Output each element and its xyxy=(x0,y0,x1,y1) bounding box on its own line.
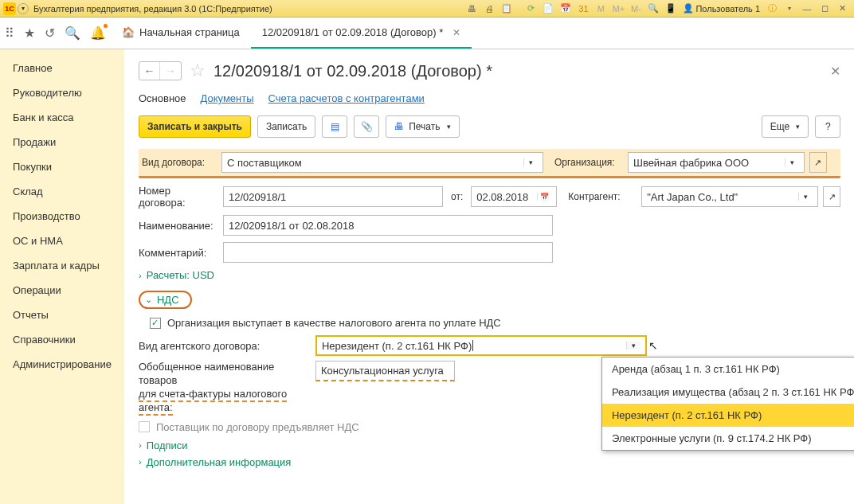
generic-name-field[interactable]: Консультационная услуга xyxy=(315,361,455,381)
agent-type-field[interactable]: Нерезидент (п. 2 ст.161 НК РФ) ▾ xyxy=(315,335,647,356)
sidebar-item-2[interactable]: Банк и касса xyxy=(0,105,124,130)
section-settlements[interactable]: › Расчеты: USD xyxy=(139,269,840,281)
calendar-icon[interactable]: 📅 xyxy=(537,193,551,201)
generic-name-label: Обобщенное наименование товаров для счет… xyxy=(139,361,315,415)
close-window-icon[interactable]: ✕ xyxy=(835,2,849,16)
date-field[interactable]: 02.08.2018 📅 xyxy=(471,186,557,207)
subnav-docs[interactable]: Документы xyxy=(201,92,254,104)
user-menu[interactable]: 👤 Пользователь 1 xyxy=(683,3,760,14)
info-icon[interactable]: ⓘ xyxy=(765,2,779,16)
print-button[interactable]: 🖶Печать▾ xyxy=(386,115,459,138)
history-icon[interactable]: ↺ xyxy=(45,25,55,41)
chevron-down-icon[interactable]: ▾ xyxy=(798,193,813,201)
number-field[interactable]: 12/020918/1 xyxy=(223,186,443,207)
minimize-icon[interactable]: ― xyxy=(800,2,814,16)
name-value: 12/020918/1 от 02.08.2018 xyxy=(229,220,354,232)
clip-icon: 📎 xyxy=(361,121,373,132)
name-field[interactable]: 12/020918/1 от 02.08.2018 xyxy=(223,215,553,236)
date-icon[interactable]: 31 xyxy=(576,2,590,16)
more-button[interactable]: Еще▾ xyxy=(762,115,809,138)
chevron-down-icon[interactable]: ▾ xyxy=(785,158,799,166)
print-icon[interactable]: 🖶 xyxy=(464,2,479,16)
date-value: 02.08.2018 xyxy=(476,191,528,203)
sidebar-item-0[interactable]: Главное xyxy=(0,56,124,80)
contract-type-field[interactable]: С поставщиком ▾ xyxy=(221,152,543,173)
org-value: Швейная фабрика ООО xyxy=(633,157,749,169)
maximize-icon[interactable]: ◻ xyxy=(817,2,832,16)
document-icon-button[interactable]: ▤ xyxy=(322,115,347,138)
calendar-icon[interactable]: 📅 xyxy=(558,2,573,16)
refresh-icon[interactable]: ⟳ xyxy=(523,2,538,16)
sidebar-item-4[interactable]: Покупки xyxy=(0,154,124,179)
calc-icon[interactable]: 📱 xyxy=(664,2,678,16)
info-dropdown-icon[interactable]: ▾ xyxy=(782,2,797,16)
counterparty-field[interactable]: "Art Japan Co., Ltd" ▾ xyxy=(641,186,818,207)
sidebar-item-12[interactable]: Администрирование xyxy=(0,352,124,377)
sidebar-item-6[interactable]: Производство xyxy=(0,204,124,229)
sidebar-item-9[interactable]: Операции xyxy=(0,278,124,303)
toolbar: ⠿ ★ ↺ 🔍 🔔 🏠 Начальная страница 12/020918… xyxy=(0,18,854,49)
app-menu-dropdown[interactable]: ▾ xyxy=(18,3,29,14)
tax-agent-checkbox-row[interactable]: ✓ Организация выступает в качестве налог… xyxy=(150,317,840,329)
tab-close-icon[interactable]: ✕ xyxy=(452,27,460,38)
sidebar-item-3[interactable]: Продажи xyxy=(0,130,124,154)
from-label: от: xyxy=(451,191,463,202)
app-title: Бухгалтерия предприятия, редакция 3.0 (1… xyxy=(33,4,272,14)
comment-field[interactable] xyxy=(223,242,553,263)
dropdown-option-0[interactable]: Аренда (абзац 1 п. 3 ст.161 НК РФ) xyxy=(602,357,854,381)
counterparty-value: "Art Japan Co., Ltd" xyxy=(647,191,738,203)
save-button[interactable]: Записать xyxy=(257,115,315,138)
number-value: 12/020918/1 xyxy=(229,191,286,203)
search-icon[interactable]: 🔍 xyxy=(65,25,80,41)
supplier-vat-label: Поставщик по договору предъявляет НДС xyxy=(156,421,359,433)
dropdown-option-3[interactable]: Электронные услуги (п. 9 ст.174.2 НК РФ) xyxy=(602,427,854,450)
apps-icon[interactable]: ⠿ xyxy=(5,25,14,41)
checkbox-checked-icon[interactable]: ✓ xyxy=(150,318,161,329)
close-page-icon[interactable]: ✕ xyxy=(830,64,840,79)
m-memory-icon[interactable]: M xyxy=(593,2,608,16)
chevron-down-icon: ⌄ xyxy=(145,295,152,305)
dropdown-option-1[interactable]: Реализация имущества (абзац 2 п. 3 ст.16… xyxy=(602,381,854,404)
help-button[interactable]: ? xyxy=(815,115,840,138)
content: ← → ☆ 12/020918/1 от 02.09.2018 (Договор… xyxy=(124,49,854,504)
agent-type-label: Вид агентского договора: xyxy=(139,340,315,352)
agent-type-dropdown: Аренда (абзац 1 п. 3 ст.161 НК РФ) Реали… xyxy=(601,357,854,451)
clipboard-icon[interactable]: 📋 xyxy=(499,2,514,16)
sidebar-item-10[interactable]: Отчеты xyxy=(0,303,124,327)
checkbox-unchecked-icon xyxy=(139,421,150,432)
sidebar-item-8[interactable]: Зарплата и кадры xyxy=(0,253,124,278)
sidebar-item-1[interactable]: Руководителю xyxy=(0,80,124,105)
app-logo: 1С xyxy=(3,2,16,15)
m-plus-icon[interactable]: M+ xyxy=(611,2,625,16)
tab-home[interactable]: 🏠 Начальная страница xyxy=(111,18,251,49)
comment-label: Комментарий: xyxy=(139,247,218,259)
nav-back-button[interactable]: ← xyxy=(139,62,160,80)
org-field[interactable]: Швейная фабрика ООО ▾ xyxy=(628,152,805,173)
doc1-icon[interactable]: 📄 xyxy=(541,2,555,16)
section-vat[interactable]: ⌄ НДС xyxy=(139,291,192,309)
zoom-icon[interactable]: 🔍 xyxy=(646,2,660,16)
printer-icon[interactable]: 🖨 xyxy=(482,2,496,16)
chevron-down-icon[interactable]: ▾ xyxy=(626,342,640,350)
sidebar-item-7[interactable]: ОС и НМА xyxy=(0,229,124,253)
attach-button[interactable]: 📎 xyxy=(354,115,379,138)
m-minus-icon[interactable]: M- xyxy=(629,2,643,16)
bell-icon[interactable]: 🔔 xyxy=(90,25,106,41)
tab-document[interactable]: 12/020918/1 от 02.09.2018 (Договор) * ✕ xyxy=(251,18,472,49)
subnav: Основное Документы Счета расчетов с конт… xyxy=(139,92,840,104)
chevron-down-icon[interactable]: ▾ xyxy=(523,158,538,166)
save-close-button[interactable]: Записать и закрыть xyxy=(139,115,251,138)
favorite-star-icon[interactable]: ☆ xyxy=(190,61,206,81)
subnav-accounts[interactable]: Счета расчетов с контрагентами xyxy=(268,92,425,104)
section-additional[interactable]: › Дополнительная информация xyxy=(139,456,840,468)
cursor-icon: ↖ xyxy=(648,339,658,352)
org-open-button[interactable]: ↗ xyxy=(809,152,827,173)
sidebar-item-5[interactable]: Склад xyxy=(0,179,124,204)
star-icon[interactable]: ★ xyxy=(24,25,35,41)
nav-forward-button[interactable]: → xyxy=(160,62,181,80)
subnav-main[interactable]: Основное xyxy=(139,92,186,104)
counterparty-open-button[interactable]: ↗ xyxy=(823,186,840,207)
dropdown-option-2[interactable]: Нерезидент (п. 2 ст.161 НК РФ) xyxy=(602,404,854,427)
sidebar-item-11[interactable]: Справочники xyxy=(0,327,124,352)
home-icon: 🏠 xyxy=(122,26,135,38)
